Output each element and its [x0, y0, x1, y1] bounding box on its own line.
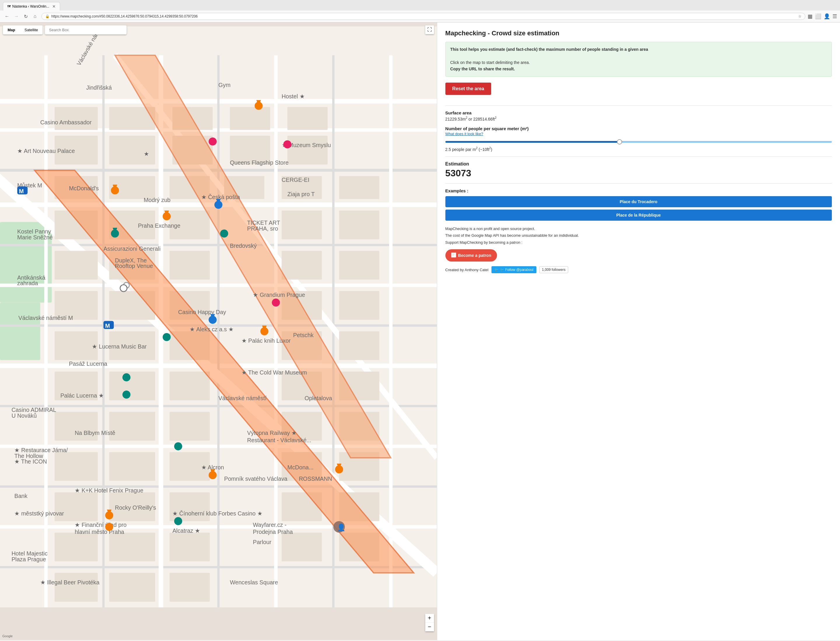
svg-text:★ Palác knih Luxor: ★ Palác knih Luxor [241, 337, 291, 344]
svg-text:TICKET ART: TICKET ART [247, 219, 280, 226]
svg-text:Restaurant - Václavské...: Restaurant - Václavské... [247, 437, 311, 443]
svg-rect-50 [282, 251, 322, 280]
svg-rect-87 [55, 573, 98, 602]
svg-point-186 [209, 137, 217, 146]
svg-rect-82 [55, 533, 98, 562]
svg-text:Rocky O'Reilly's: Rocky O'Reilly's [115, 504, 156, 511]
main-container: Václavské nám. Jindřišská Gym Hostel ★ C… [0, 23, 840, 640]
svg-rect-41 [339, 176, 379, 199]
svg-text:Casino Happy Day: Casino Happy Day [178, 309, 226, 315]
google-logo: Google [2, 634, 13, 638]
svg-point-185 [283, 140, 291, 148]
patron-button[interactable]: 🅿 Become a patron [445, 249, 497, 261]
map-type-map-btn[interactable]: Map [3, 26, 20, 34]
svg-text:Pomník svatého Václava: Pomník svatého Václava [224, 475, 287, 482]
svg-rect-83 [109, 533, 155, 562]
slider-container [445, 139, 832, 143]
example-trocadero-btn[interactable]: Place du Trocadero [445, 196, 832, 207]
patron-button-label: Become a patron [458, 253, 491, 258]
lock-icon: 🔒 [45, 14, 50, 18]
creator-section: Created by Anthony Catel 🐦 🐦 Follow @par… [445, 266, 832, 273]
svg-point-180 [163, 333, 171, 341]
svg-point-184 [174, 517, 182, 525]
svg-text:Kostel Panny: Kostel Panny [17, 228, 51, 235]
svg-text:★ Art Nouveau Palace: ★ Art Nouveau Palace [17, 148, 75, 154]
bookmark-icon[interactable]: ☆ [798, 14, 801, 18]
info-line2: Click on the map to start delimiting the… [450, 60, 530, 65]
svg-text:Opletalova: Opletalova [305, 395, 332, 401]
svg-text:Na Blbym Místě: Na Blbym Místě [75, 430, 115, 436]
map-expand-btn[interactable]: ⛶ [425, 26, 434, 34]
svg-point-187 [272, 299, 280, 307]
svg-text:ROSSMANN: ROSSMANN [299, 475, 332, 482]
forward-button[interactable]: → [12, 12, 21, 21]
library-icon[interactable]: ▦ [808, 13, 813, 19]
svg-text:Jindřišská: Jindřišská [86, 84, 112, 91]
twitter-follow-btn[interactable]: 🐦 🐦 Follow @paraboul [491, 266, 536, 273]
zoom-out-btn[interactable]: − [425, 623, 434, 631]
density-slider[interactable] [445, 141, 832, 143]
map-type-satellite-btn[interactable]: Satellite [20, 26, 43, 34]
sidebar-icon[interactable]: ⬜ [815, 13, 821, 19]
svg-text:Assicurazioni Generali: Assicurazioni Generali [104, 245, 161, 252]
example-republique-btn[interactable]: Place de la République [445, 209, 832, 221]
svg-text:★ Illegal Beer Pivotéka: ★ Illegal Beer Pivotéka [40, 579, 100, 586]
people-per-sqm-title: Number of people per square meter (m²) [445, 126, 832, 131]
back-button[interactable]: ← [3, 12, 11, 21]
map-search-input[interactable] [45, 26, 127, 34]
examples-section: Examples : Place du Trocadero Place de l… [445, 188, 832, 221]
svg-text:Parlour: Parlour [253, 539, 271, 545]
expand-icon: ⛶ [427, 27, 432, 32]
svg-rect-79 [169, 493, 210, 521]
nonprofit-text: MapChecking is a non profit and open sou… [445, 225, 832, 246]
svg-rect-30 [287, 107, 328, 130]
svg-rect-45 [282, 211, 322, 239]
reset-area-button[interactable]: Reset the area [445, 83, 491, 95]
svg-rect-57 [55, 331, 98, 360]
svg-text:Casino ADMIRAL: Casino ADMIRAL [11, 407, 56, 413]
followers-badge: 1,009 followers [539, 266, 568, 273]
tab-favicon: 🗺 [7, 5, 11, 8]
svg-text:M: M [105, 322, 110, 329]
nav-buttons: ← → ↻ ⌂ [3, 12, 39, 21]
menu-icon[interactable]: ☰ [832, 13, 837, 19]
svg-rect-47 [55, 251, 98, 280]
svg-text:hlavní město Praha: hlavní město Praha [75, 528, 124, 535]
examples-title: Examples : [445, 188, 832, 193]
svg-text:Václavské náměstí: Václavské náměstí [218, 395, 267, 401]
map-canvas[interactable]: Václavské nám. Jindřišská Gym Hostel ★ C… [0, 23, 437, 640]
svg-rect-84 [169, 533, 210, 562]
home-button[interactable]: ⌂ [31, 12, 39, 21]
svg-rect-68 [109, 412, 155, 441]
browser-menu-icons: ▦ ⬜ 👤 ☰ [808, 13, 837, 19]
svg-text:Bank: Bank [14, 493, 27, 499]
reload-button[interactable]: ↻ [22, 12, 30, 21]
surface-m2-value: 21229.53m2 or 228514.66ft2 [445, 117, 496, 121]
map-section[interactable]: Václavské nám. Jindřišská Gym Hostel ★ C… [0, 23, 437, 640]
zoom-in-btn[interactable]: + [425, 614, 434, 623]
svg-rect-69 [169, 412, 210, 441]
browser-toolbar: ← → ↻ ⌂ 🔒 https://www.mapchecking.com/#5… [0, 11, 840, 23]
browser-tab[interactable]: 🗺 Nástenka ‹ WarsOnlin... ✕ [3, 2, 60, 11]
svg-text:U Nováků: U Nováků [11, 412, 37, 419]
svg-rect-26 [55, 107, 98, 130]
info-bold-text: This tool helps you estimate (and fact-c… [450, 47, 648, 52]
divider-3 [445, 183, 832, 184]
what-does-it-look-link[interactable]: What does it look like? [445, 132, 832, 136]
svg-text:M: M [19, 188, 24, 195]
svg-point-181 [122, 391, 131, 399]
svg-rect-64 [169, 372, 210, 401]
tab-close-btn[interactable]: ✕ [52, 4, 56, 9]
nonprofit-line2: The cost of the Google Map API has becom… [445, 232, 832, 239]
address-bar[interactable]: 🔒 https://www.mapchecking.com/#50.082233… [42, 13, 805, 20]
right-panel: Mapchecking - Crowd size estimation This… [437, 23, 840, 640]
divider-1 [445, 105, 832, 106]
svg-point-179 [220, 229, 228, 238]
svg-point-183 [174, 442, 182, 450]
profile-icon[interactable]: 👤 [824, 13, 830, 19]
svg-text:PRAHA, sro: PRAHA, sro [247, 225, 278, 232]
nonprofit-line1: MapChecking is a non profit and open sou… [445, 225, 832, 232]
twitter-icon: 🐦 [495, 268, 499, 272]
svg-text:Plaza Prague: Plaza Prague [11, 556, 46, 562]
svg-text:★ Čínoherní klub Forbes Casino: ★ Čínoherní klub Forbes Casino ★ [172, 510, 262, 517]
